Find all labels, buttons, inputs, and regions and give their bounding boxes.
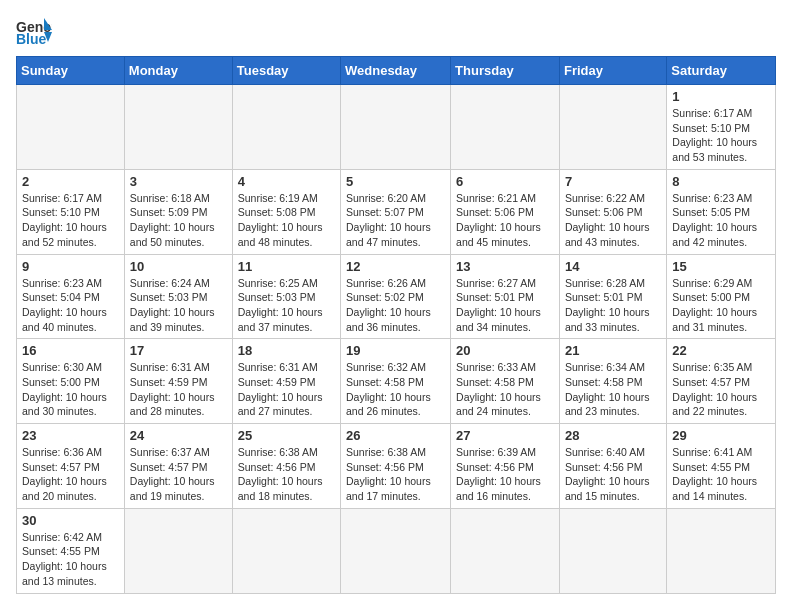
calendar: SundayMondayTuesdayWednesdayThursdayFrid… xyxy=(16,56,776,594)
day-number: 22 xyxy=(672,343,770,358)
day-number: 21 xyxy=(565,343,661,358)
calendar-cell: 8Sunrise: 6:23 AM Sunset: 5:05 PM Daylig… xyxy=(667,169,776,254)
day-number: 3 xyxy=(130,174,227,189)
day-info: Sunrise: 6:34 AM Sunset: 4:58 PM Dayligh… xyxy=(565,360,661,419)
day-number: 26 xyxy=(346,428,445,443)
calendar-cell: 3Sunrise: 6:18 AM Sunset: 5:09 PM Daylig… xyxy=(124,169,232,254)
day-number: 18 xyxy=(238,343,335,358)
day-info: Sunrise: 6:29 AM Sunset: 5:00 PM Dayligh… xyxy=(672,276,770,335)
calendar-cell xyxy=(124,508,232,593)
day-info: Sunrise: 6:23 AM Sunset: 5:05 PM Dayligh… xyxy=(672,191,770,250)
day-number: 13 xyxy=(456,259,554,274)
day-info: Sunrise: 6:32 AM Sunset: 4:58 PM Dayligh… xyxy=(346,360,445,419)
calendar-cell: 16Sunrise: 6:30 AM Sunset: 5:00 PM Dayli… xyxy=(17,339,125,424)
day-number: 16 xyxy=(22,343,119,358)
calendar-cell: 6Sunrise: 6:21 AM Sunset: 5:06 PM Daylig… xyxy=(451,169,560,254)
day-info: Sunrise: 6:41 AM Sunset: 4:55 PM Dayligh… xyxy=(672,445,770,504)
day-number: 27 xyxy=(456,428,554,443)
day-info: Sunrise: 6:40 AM Sunset: 4:56 PM Dayligh… xyxy=(565,445,661,504)
day-info: Sunrise: 6:28 AM Sunset: 5:01 PM Dayligh… xyxy=(565,276,661,335)
calendar-cell xyxy=(232,508,340,593)
day-number: 15 xyxy=(672,259,770,274)
day-number: 25 xyxy=(238,428,335,443)
calendar-cell: 22Sunrise: 6:35 AM Sunset: 4:57 PM Dayli… xyxy=(667,339,776,424)
day-number: 2 xyxy=(22,174,119,189)
day-info: Sunrise: 6:38 AM Sunset: 4:56 PM Dayligh… xyxy=(346,445,445,504)
week-row-5: 23Sunrise: 6:36 AM Sunset: 4:57 PM Dayli… xyxy=(17,424,776,509)
week-row-6: 30Sunrise: 6:42 AM Sunset: 4:55 PM Dayli… xyxy=(17,508,776,593)
day-info: Sunrise: 6:17 AM Sunset: 5:10 PM Dayligh… xyxy=(22,191,119,250)
calendar-cell: 18Sunrise: 6:31 AM Sunset: 4:59 PM Dayli… xyxy=(232,339,340,424)
svg-text:Blue: Blue xyxy=(16,31,47,46)
week-row-1: 1Sunrise: 6:17 AM Sunset: 5:10 PM Daylig… xyxy=(17,85,776,170)
calendar-cell xyxy=(451,85,560,170)
day-info: Sunrise: 6:19 AM Sunset: 5:08 PM Dayligh… xyxy=(238,191,335,250)
day-info: Sunrise: 6:20 AM Sunset: 5:07 PM Dayligh… xyxy=(346,191,445,250)
day-info: Sunrise: 6:36 AM Sunset: 4:57 PM Dayligh… xyxy=(22,445,119,504)
weekday-header-monday: Monday xyxy=(124,57,232,85)
calendar-cell: 19Sunrise: 6:32 AM Sunset: 4:58 PM Dayli… xyxy=(341,339,451,424)
calendar-cell: 27Sunrise: 6:39 AM Sunset: 4:56 PM Dayli… xyxy=(451,424,560,509)
calendar-cell xyxy=(341,508,451,593)
calendar-cell xyxy=(232,85,340,170)
weekday-header-wednesday: Wednesday xyxy=(341,57,451,85)
day-info: Sunrise: 6:37 AM Sunset: 4:57 PM Dayligh… xyxy=(130,445,227,504)
calendar-cell: 7Sunrise: 6:22 AM Sunset: 5:06 PM Daylig… xyxy=(559,169,666,254)
day-info: Sunrise: 6:25 AM Sunset: 5:03 PM Dayligh… xyxy=(238,276,335,335)
day-number: 28 xyxy=(565,428,661,443)
calendar-cell xyxy=(124,85,232,170)
day-number: 8 xyxy=(672,174,770,189)
logo-icon: General Blue xyxy=(16,16,52,46)
day-info: Sunrise: 6:35 AM Sunset: 4:57 PM Dayligh… xyxy=(672,360,770,419)
logo: General Blue xyxy=(16,16,52,46)
calendar-cell: 15Sunrise: 6:29 AM Sunset: 5:00 PM Dayli… xyxy=(667,254,776,339)
calendar-cell xyxy=(17,85,125,170)
day-number: 24 xyxy=(130,428,227,443)
day-number: 30 xyxy=(22,513,119,528)
calendar-cell: 14Sunrise: 6:28 AM Sunset: 5:01 PM Dayli… xyxy=(559,254,666,339)
calendar-cell: 28Sunrise: 6:40 AM Sunset: 4:56 PM Dayli… xyxy=(559,424,666,509)
day-info: Sunrise: 6:23 AM Sunset: 5:04 PM Dayligh… xyxy=(22,276,119,335)
day-info: Sunrise: 6:18 AM Sunset: 5:09 PM Dayligh… xyxy=(130,191,227,250)
day-number: 17 xyxy=(130,343,227,358)
day-number: 12 xyxy=(346,259,445,274)
calendar-cell: 13Sunrise: 6:27 AM Sunset: 5:01 PM Dayli… xyxy=(451,254,560,339)
day-number: 29 xyxy=(672,428,770,443)
week-row-2: 2Sunrise: 6:17 AM Sunset: 5:10 PM Daylig… xyxy=(17,169,776,254)
calendar-cell: 23Sunrise: 6:36 AM Sunset: 4:57 PM Dayli… xyxy=(17,424,125,509)
week-row-3: 9Sunrise: 6:23 AM Sunset: 5:04 PM Daylig… xyxy=(17,254,776,339)
calendar-cell: 12Sunrise: 6:26 AM Sunset: 5:02 PM Dayli… xyxy=(341,254,451,339)
day-number: 11 xyxy=(238,259,335,274)
day-number: 4 xyxy=(238,174,335,189)
day-info: Sunrise: 6:24 AM Sunset: 5:03 PM Dayligh… xyxy=(130,276,227,335)
weekday-header-tuesday: Tuesday xyxy=(232,57,340,85)
calendar-cell: 11Sunrise: 6:25 AM Sunset: 5:03 PM Dayli… xyxy=(232,254,340,339)
calendar-cell: 20Sunrise: 6:33 AM Sunset: 4:58 PM Dayli… xyxy=(451,339,560,424)
calendar-cell: 10Sunrise: 6:24 AM Sunset: 5:03 PM Dayli… xyxy=(124,254,232,339)
day-info: Sunrise: 6:22 AM Sunset: 5:06 PM Dayligh… xyxy=(565,191,661,250)
weekday-header-saturday: Saturday xyxy=(667,57,776,85)
week-row-4: 16Sunrise: 6:30 AM Sunset: 5:00 PM Dayli… xyxy=(17,339,776,424)
weekday-header-sunday: Sunday xyxy=(17,57,125,85)
day-number: 10 xyxy=(130,259,227,274)
calendar-cell: 9Sunrise: 6:23 AM Sunset: 5:04 PM Daylig… xyxy=(17,254,125,339)
calendar-cell: 1Sunrise: 6:17 AM Sunset: 5:10 PM Daylig… xyxy=(667,85,776,170)
day-number: 20 xyxy=(456,343,554,358)
day-info: Sunrise: 6:30 AM Sunset: 5:00 PM Dayligh… xyxy=(22,360,119,419)
weekday-header-thursday: Thursday xyxy=(451,57,560,85)
calendar-cell xyxy=(451,508,560,593)
calendar-cell: 30Sunrise: 6:42 AM Sunset: 4:55 PM Dayli… xyxy=(17,508,125,593)
day-number: 6 xyxy=(456,174,554,189)
calendar-cell: 26Sunrise: 6:38 AM Sunset: 4:56 PM Dayli… xyxy=(341,424,451,509)
day-number: 7 xyxy=(565,174,661,189)
day-info: Sunrise: 6:38 AM Sunset: 4:56 PM Dayligh… xyxy=(238,445,335,504)
day-number: 1 xyxy=(672,89,770,104)
calendar-cell: 24Sunrise: 6:37 AM Sunset: 4:57 PM Dayli… xyxy=(124,424,232,509)
day-number: 14 xyxy=(565,259,661,274)
calendar-cell: 4Sunrise: 6:19 AM Sunset: 5:08 PM Daylig… xyxy=(232,169,340,254)
day-info: Sunrise: 6:17 AM Sunset: 5:10 PM Dayligh… xyxy=(672,106,770,165)
day-info: Sunrise: 6:21 AM Sunset: 5:06 PM Dayligh… xyxy=(456,191,554,250)
calendar-cell: 21Sunrise: 6:34 AM Sunset: 4:58 PM Dayli… xyxy=(559,339,666,424)
day-info: Sunrise: 6:33 AM Sunset: 4:58 PM Dayligh… xyxy=(456,360,554,419)
day-info: Sunrise: 6:31 AM Sunset: 4:59 PM Dayligh… xyxy=(238,360,335,419)
